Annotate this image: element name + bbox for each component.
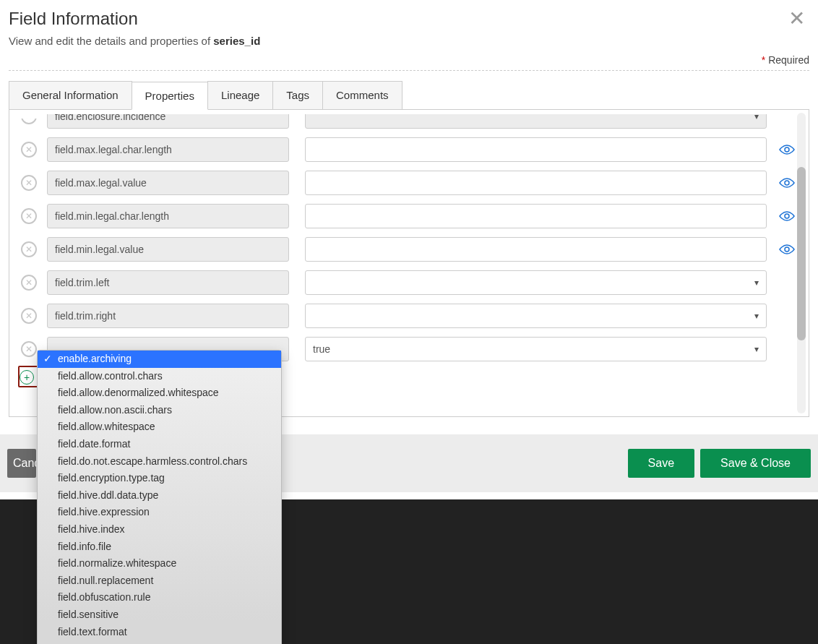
dropdown-option[interactable]: field.sensitive bbox=[38, 606, 281, 624]
dropdown-option[interactable]: field.hive.expression bbox=[38, 504, 281, 521]
property-name-field[interactable]: field.enclosure.incidence bbox=[47, 104, 289, 129]
property-row: ✕field.max.legal.char.length bbox=[21, 137, 797, 162]
visibility-eye-icon[interactable] bbox=[777, 144, 797, 155]
property-value-input[interactable] bbox=[305, 171, 767, 195]
property-value-select[interactable] bbox=[305, 270, 767, 295]
save-and-close-button[interactable]: Save & Close bbox=[700, 449, 811, 478]
required-label: Required bbox=[768, 54, 809, 66]
property-name-field[interactable]: field.trim.right bbox=[47, 304, 289, 328]
dropdown-option[interactable]: field.text.format bbox=[38, 624, 281, 641]
property-row: ✕field.min.legal.char.length bbox=[21, 204, 797, 228]
visibility-eye-icon[interactable] bbox=[777, 244, 797, 255]
property-name-field[interactable]: field.trim.left bbox=[47, 270, 289, 295]
property-name-field[interactable]: field.min.legal.char.length bbox=[47, 204, 289, 228]
property-name-field[interactable]: field.max.legal.char.length bbox=[47, 137, 289, 162]
required-indicator: * Required bbox=[9, 54, 809, 66]
svg-point-3 bbox=[785, 247, 789, 252]
dropdown-option[interactable]: field.do.not.escape.harmless.control.cha… bbox=[38, 453, 281, 471]
delete-property-button[interactable]: ✕ bbox=[21, 108, 37, 124]
property-name-field[interactable]: field.min.legal.value bbox=[47, 237, 289, 262]
property-value-select[interactable] bbox=[305, 104, 767, 129]
visibility-eye-icon[interactable] bbox=[777, 177, 797, 189]
dropdown-option[interactable]: field.allow.denormalized.whitespace bbox=[38, 385, 281, 402]
svg-point-0 bbox=[785, 147, 789, 152]
close-icon[interactable]: ✕ bbox=[784, 9, 809, 29]
property-value-input[interactable] bbox=[305, 237, 767, 262]
dropdown-option[interactable]: numeric.precision.scale.rounding.mode bbox=[38, 640, 281, 644]
cancel-button[interactable]: Cancel bbox=[7, 449, 36, 478]
delete-property-button[interactable]: ✕ bbox=[21, 241, 37, 257]
dropdown-option[interactable]: field.allow.non.ascii.chars bbox=[38, 402, 281, 419]
save-button[interactable]: Save bbox=[628, 449, 694, 478]
property-value-input[interactable] bbox=[305, 137, 767, 162]
delete-property-button[interactable]: ✕ bbox=[21, 308, 37, 324]
delete-property-button[interactable]: ✕ bbox=[21, 175, 37, 191]
dropdown-option[interactable]: field.encryption.type.tag bbox=[38, 470, 281, 487]
property-row: ✕field.trim.left bbox=[21, 270, 797, 295]
property-value-select[interactable]: true bbox=[305, 337, 767, 361]
dropdown-option[interactable]: field.info.file bbox=[38, 538, 281, 556]
property-row: ✕field.trim.right bbox=[21, 304, 797, 328]
dropdown-option[interactable]: field.allow.control.chars bbox=[38, 368, 281, 385]
visibility-eye-icon[interactable] bbox=[777, 210, 797, 222]
plus-icon: + bbox=[20, 370, 34, 385]
subtitle-prefix: View and edit the details and properties… bbox=[9, 35, 213, 47]
modal-subtitle: View and edit the details and properties… bbox=[9, 35, 809, 47]
subtitle-fieldname: series_id bbox=[213, 35, 260, 47]
scrollbar-thumb[interactable] bbox=[797, 167, 806, 340]
property-row: ✕field.min.legal.value bbox=[21, 237, 797, 262]
modal-title: Field Information bbox=[9, 9, 138, 29]
header-row: Field Information ✕ bbox=[9, 9, 809, 35]
delete-property-button[interactable]: ✕ bbox=[21, 275, 37, 291]
delete-property-button[interactable]: ✕ bbox=[21, 208, 37, 224]
scrollbar-track[interactable] bbox=[797, 113, 806, 413]
property-value-select[interactable] bbox=[305, 304, 767, 328]
svg-point-1 bbox=[785, 181, 789, 185]
property-value-input[interactable] bbox=[305, 204, 767, 228]
dropdown-option[interactable]: field.obfuscation.rule bbox=[38, 589, 281, 606]
dropdown-option[interactable]: field.hive.index bbox=[38, 521, 281, 538]
dropdown-option[interactable]: field.normalize.whitespace bbox=[38, 555, 281, 572]
dropdown-option[interactable]: field.hive.ddl.data.type bbox=[38, 487, 281, 505]
property-name-field[interactable]: field.max.legal.value bbox=[47, 171, 289, 195]
required-star-icon: * bbox=[762, 54, 765, 66]
property-row: ✕field.enclosure.incidence bbox=[21, 104, 797, 129]
delete-property-button[interactable]: ✕ bbox=[21, 142, 37, 158]
dropdown-option[interactable]: field.date.format bbox=[38, 436, 281, 453]
dropdown-option[interactable]: enable.archiving bbox=[38, 351, 281, 368]
divider bbox=[9, 70, 809, 71]
property-row: ✕field.max.legal.value bbox=[21, 171, 797, 195]
property-name-dropdown[interactable]: enable.archivingfield.allow.control.char… bbox=[37, 350, 282, 644]
delete-property-button[interactable]: ✕ bbox=[21, 341, 37, 357]
svg-point-2 bbox=[785, 214, 789, 218]
dropdown-option[interactable]: field.allow.whitespace bbox=[38, 418, 281, 436]
dropdown-option[interactable]: field.null.replacement bbox=[38, 572, 281, 590]
